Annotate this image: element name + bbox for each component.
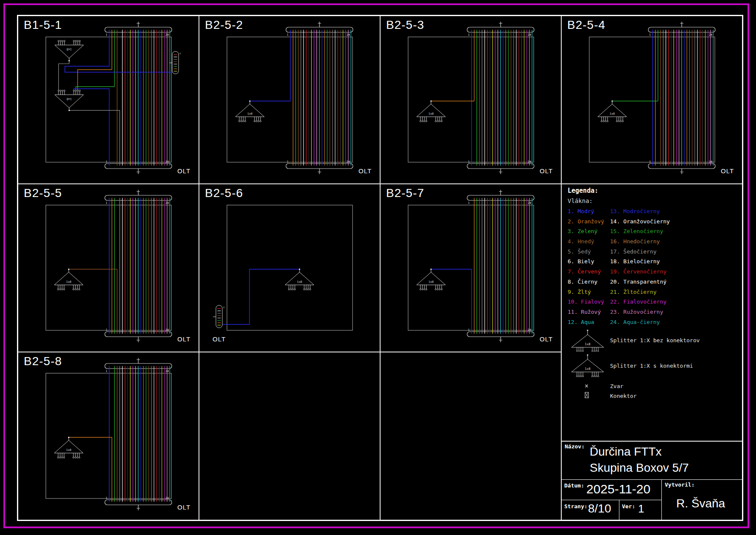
panel-B2-5-4: 1241241x8B2-5-4OLT	[561, 16, 742, 184]
panel-B2-5-3: 1241241x8B2-5-3OLT	[380, 16, 561, 184]
panel-title: B2-5-6	[205, 186, 243, 200]
svg-text:1x8: 1x8	[66, 448, 72, 452]
legend-fiber-item: 8. Čierny	[568, 277, 610, 287]
splitter-1x8-icon: 1x8	[417, 100, 445, 122]
splitter-1x8-icon: 1x8	[285, 268, 314, 290]
splitter-connector-icon: 1x8	[567, 353, 609, 377]
titleblock-name-cell: Názov: Ďurčina FTTx Skupina Boxov 5/7	[562, 442, 742, 480]
enclosure-box	[46, 37, 171, 162]
panel-drawing: 1241241x8	[381, 16, 562, 184]
olt-label: OLT	[177, 504, 190, 511]
titleblock-date-cell: Dátum: 2025-11-20	[562, 480, 662, 500]
svg-text:8: 8	[179, 52, 181, 55]
legend-fiber-item: 5. Šedý	[568, 247, 610, 257]
legend-fiber-item: 12. Aqua	[568, 317, 610, 327]
panel-B2-5-7: 1241241x8B2-5-7OLT	[380, 184, 561, 352]
empty-cell	[199, 352, 380, 520]
svg-text:1: 1	[106, 160, 107, 163]
svg-text:1x8: 1x8	[247, 112, 253, 115]
legend-fiber-item: 14. Oranžovočierny	[610, 217, 670, 227]
svg-text:1: 1	[287, 160, 288, 163]
svg-text:1: 1	[468, 328, 470, 332]
svg-text:1x8: 1x8	[585, 367, 591, 371]
date-label: Dátum:	[564, 482, 584, 489]
legend-konektor-label: Konektor	[610, 393, 637, 399]
svg-text:1: 1	[287, 33, 288, 37]
enclosure-box	[46, 373, 171, 498]
svg-text:1: 1	[106, 496, 107, 500]
legend-fiber-item: 17. Šedočierny	[610, 247, 657, 257]
legend-splitter-bare-label: Splitter 1:X bez konektorov	[610, 337, 700, 344]
svg-text:1x8: 1x8	[585, 342, 591, 346]
svg-text:1x8: 1x8	[610, 112, 615, 115]
olt-label: OLT	[177, 335, 190, 343]
empty-cell	[380, 352, 561, 520]
panel-drawing: 1241241x8	[18, 352, 199, 521]
panel-B2-5-2: 1241241x8B2-5-2OLT	[199, 16, 380, 184]
date-value: 2025-11-20	[586, 482, 650, 496]
enclosure-box	[589, 37, 715, 162]
legend-fiber-item: 18. Bieločierny	[610, 256, 660, 267]
panel-drawing: 1241241x8	[562, 16, 743, 184]
enclosure-box	[408, 205, 534, 330]
legend-fiber-item: 6. Biely	[568, 256, 610, 267]
author-value: R. Švaňa	[676, 497, 725, 510]
svg-text:1: 1	[649, 33, 651, 37]
olt-label: OLT	[358, 167, 372, 175]
legend-splitter-conn-label: Splitter 1:X s konektormi	[610, 363, 693, 369]
legend-fiber-item: 1. Modrý	[568, 206, 610, 217]
legend-title: Legenda:	[568, 187, 598, 194]
legend-fiber-list: 1. Modrý13. Modročierny2. Oranžový14. Or…	[568, 206, 739, 327]
legend-panel: Legenda: Vlákna: 1. Modrý13. Modročierny…	[561, 184, 742, 441]
svg-text:1: 1	[468, 160, 470, 163]
legend-zvar-row: × Zvar	[567, 382, 739, 391]
legend-fiber-item: 13. Modročierny	[610, 206, 660, 217]
panel-title: B2-5-3	[386, 18, 424, 32]
splitter-1x8-icon: 1x8	[235, 100, 264, 122]
legend-fiber-item: 2. Oranžový	[568, 217, 610, 227]
enclosure-box	[46, 205, 171, 330]
panel-drawing: 1241241x8	[18, 184, 199, 352]
panel-B1-5-1: 1241241x81x88B1-5-1OLT	[18, 16, 199, 184]
panel-title: B2-5-2	[205, 18, 243, 32]
enclosure-box	[227, 205, 353, 330]
drawing-title-line2: Skupina Boxov 5/7	[590, 461, 689, 475]
legend-fiber-item: 15. Zelenočierny	[610, 226, 663, 237]
svg-text:1: 1	[468, 201, 470, 205]
svg-text:1x8: 1x8	[67, 48, 72, 51]
version-value: 1	[638, 502, 644, 515]
olt-label: OLT	[540, 167, 553, 175]
panel-title: B1-5-1	[24, 18, 62, 32]
legend-fiber-item: 4. Hnedý	[568, 237, 610, 247]
drawing-title-line1: Ďurčina FTTx	[590, 445, 662, 459]
connector-icon	[567, 391, 592, 399]
legend-fiber-item: 23. Ružovočierny	[610, 307, 663, 317]
panel-title: B2-5-4	[567, 18, 605, 32]
titleblock-pages-cell: Strany: 8/10	[562, 500, 619, 520]
enclosure-box	[227, 37, 353, 162]
legend-zvar-label: Zvar	[610, 383, 623, 389]
splitter-1x8-icon: 1x8	[598, 100, 627, 122]
svg-text:1x8: 1x8	[67, 97, 72, 101]
legend-fiber-item: 7. Červený	[568, 267, 610, 277]
legend-konektor-row: Konektor	[567, 391, 739, 401]
pages-value: 8/10	[588, 502, 611, 515]
splitter-1x8-inverted-icon: 1x8	[55, 90, 84, 111]
panel-drawing: 1x88	[199, 184, 381, 352]
legend-splitter-conn-row: 1x8 Splitter 1:X s konektormi	[567, 353, 739, 377]
legend-fiber-item: 11. Ružový	[568, 307, 610, 317]
legend-fiber-item: 16. Hnedočierny	[610, 237, 660, 247]
author-label: Vytvoril:	[665, 482, 694, 488]
svg-text:1: 1	[106, 201, 107, 205]
svg-text:1x8: 1x8	[297, 280, 302, 284]
olt-label: OLT	[213, 335, 226, 343]
legend-fiber-item: 20. Transparentný	[610, 277, 666, 287]
titleblock-version-cell: Ver: 1	[619, 500, 662, 520]
pages-label: Strany:	[564, 503, 588, 510]
panel-B2-5-6: 1x88B2-5-6OLT	[199, 184, 380, 352]
olt-label: OLT	[177, 167, 190, 175]
drop-cable-icon: 8	[169, 51, 181, 74]
legend-fiber-item: 21. Žltočierny	[610, 287, 657, 297]
legend-fiber-item: 19. Červenočierny	[610, 267, 666, 277]
splitter-1x8-icon: 1x8	[54, 268, 83, 290]
